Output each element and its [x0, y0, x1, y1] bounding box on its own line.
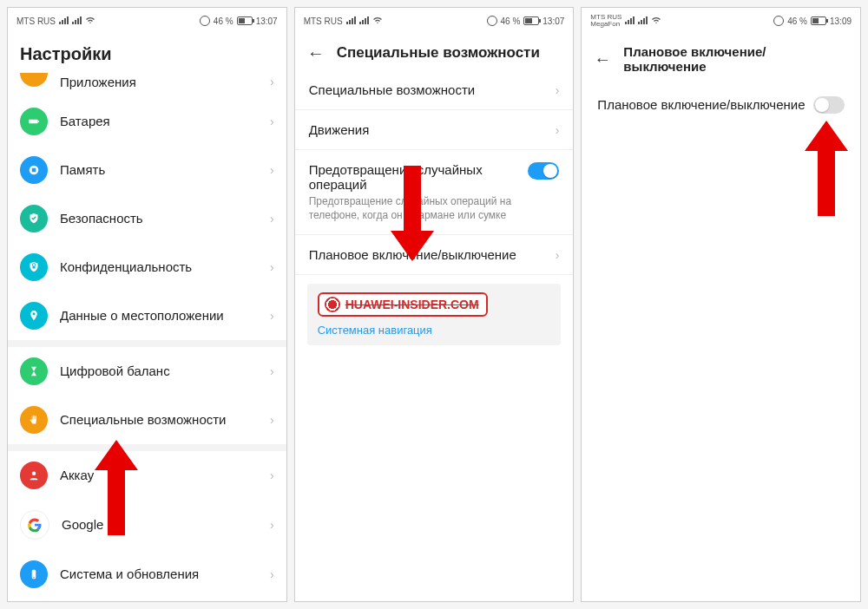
row-label: Специальные возможности — [309, 82, 556, 97]
row-label: Предотвращение случайных операций — [309, 162, 529, 192]
svg-point-6 — [32, 472, 36, 476]
row-label: Плановое включение/выключение — [597, 96, 813, 114]
row-accessibility[interactable]: Специальные возможности › — [295, 70, 574, 110]
toggle-prevent-accidental[interactable] — [528, 162, 559, 180]
signal-icon — [346, 17, 356, 24]
section-divider — [8, 444, 286, 451]
clock-time: 13:09 — [830, 16, 852, 26]
clock-time: 13:07 — [542, 16, 564, 26]
chevron-right-icon: › — [270, 567, 274, 581]
phone-screen-accessibility: MTS RUS 46 % 13:07 ← Специальные возможн… — [294, 7, 575, 602]
svg-point-5 — [33, 312, 36, 315]
chevron-right-icon: › — [270, 413, 274, 427]
hand-icon — [20, 406, 48, 434]
list-label: Специальные возможности — [60, 412, 258, 428]
chevron-right-icon: › — [270, 468, 274, 482]
list-label: Приложения — [60, 75, 136, 89]
battery-percent: 46 % — [501, 16, 521, 26]
watermark-badge: HUAWEI-INSIDER.COM — [318, 292, 488, 317]
list-label: Система и обновления — [60, 566, 258, 582]
alarm-icon — [200, 16, 210, 26]
list-label: Память — [60, 162, 258, 178]
row-description: Предотвращение случайных операций на тел… — [309, 195, 529, 222]
signal-icon — [59, 17, 69, 24]
row-scheduled-toggle[interactable]: Плановое включение/выключение — [582, 82, 860, 128]
page-header: ← Плановое включение/выключение — [582, 34, 860, 82]
back-button[interactable]: ← — [594, 50, 611, 68]
clock-time: 13:07 — [256, 16, 278, 26]
status-bar: MTS RUS 46 % 13:07 — [295, 8, 574, 34]
list-item-apps-partial[interactable]: Приложения › — [8, 73, 286, 97]
row-scheduled-power[interactable]: Плановое включение/выключение › — [295, 235, 574, 275]
chevron-right-icon: › — [270, 309, 274, 323]
carrier-label: MTS RUS — [304, 16, 343, 26]
system-icon — [20, 560, 48, 588]
signal-icon — [359, 17, 369, 24]
chevron-right-icon: › — [556, 83, 560, 97]
status-bar: MTS RUS 46 % 13:07 — [8, 8, 286, 34]
carrier-label: MTS RUS — [16, 16, 56, 26]
toggle-scheduled-power[interactable] — [813, 96, 845, 114]
chevron-right-icon: › — [270, 364, 274, 378]
location-icon — [20, 302, 48, 330]
page-header: ← Специальные возможности — [295, 34, 574, 70]
carrier-label-2: MegaFon — [590, 21, 621, 28]
back-button[interactable]: ← — [307, 44, 325, 62]
svg-point-8 — [33, 577, 35, 579]
chevron-right-icon: › — [270, 518, 274, 532]
list-item-memory[interactable]: Память › — [8, 146, 286, 194]
svg-rect-3 — [32, 168, 36, 173]
settings-list: Приложения › Батарея › Память › Безопасн… — [8, 73, 286, 601]
google-icon — [20, 510, 49, 540]
system-navigation-link[interactable]: Системная навигация — [318, 324, 551, 337]
alarm-icon — [487, 16, 497, 26]
page-header: Настройки — [8, 34, 286, 73]
list-item-digital-balance[interactable]: Цифровой баланс › — [8, 347, 286, 396]
battery-percent: 46 % — [787, 16, 807, 26]
list-item-accessibility[interactable]: Специальные возможности › — [8, 396, 286, 444]
list-item-privacy[interactable]: Конфиденциальность › — [8, 243, 286, 291]
row-gestures[interactable]: Движения › — [295, 110, 574, 150]
list-label: Цифровой баланс — [60, 363, 258, 379]
list-item-battery[interactable]: Батарея › — [8, 97, 286, 146]
phone-screen-settings: MTS RUS 46 % 13:07 Настройки Приложения … — [7, 7, 287, 602]
chevron-right-icon: › — [556, 248, 560, 262]
list-label: Аккау — [60, 468, 258, 483]
wifi-icon — [85, 16, 95, 26]
list-label: Данные о местоположении — [60, 308, 258, 324]
list-item-account[interactable]: Аккау › — [8, 451, 286, 500]
memory-icon — [20, 156, 48, 184]
status-bar: MTS RUS MegaFon 46 % 13:09 — [582, 8, 860, 34]
person-icon — [20, 462, 48, 489]
list-item-location[interactable]: Данные о местоположении › — [8, 291, 286, 340]
wifi-icon — [372, 16, 383, 26]
battery-icon — [20, 108, 48, 135]
svg-rect-0 — [29, 120, 38, 124]
svg-marker-11 — [805, 121, 848, 216]
list-label: Google — [62, 517, 258, 533]
battery-icon — [811, 16, 826, 25]
annotation-arrow — [805, 121, 848, 216]
chevron-right-icon: › — [270, 115, 274, 128]
wifi-icon — [651, 16, 661, 26]
page-title: Специальные возможности — [337, 44, 540, 62]
chevron-right-icon: › — [270, 212, 274, 226]
hourglass-icon — [20, 357, 48, 385]
shield-icon — [20, 205, 48, 232]
section-divider — [8, 340, 286, 347]
row-label: Плановое включение/выключение — [309, 247, 556, 262]
svg-rect-1 — [38, 121, 40, 122]
list-label: Батарея — [60, 114, 258, 129]
signal-icon — [72, 17, 82, 24]
list-item-security[interactable]: Безопасность › — [8, 194, 286, 243]
chevron-right-icon: › — [270, 75, 274, 88]
list-item-system[interactable]: Система и обновления › — [8, 550, 286, 599]
list-item-google[interactable]: Google › — [8, 500, 286, 550]
watermark-section: HUAWEI-INSIDER.COM Системная навигация — [307, 284, 562, 345]
chevron-right-icon: › — [556, 123, 560, 137]
phone-screen-scheduled-power: MTS RUS MegaFon 46 % 13:09 ← Плановое вк… — [581, 7, 861, 602]
battery-icon — [523, 16, 539, 25]
row-prevent-accidental[interactable]: Предотвращение случайных операций Предот… — [295, 150, 574, 235]
chevron-right-icon: › — [270, 260, 274, 274]
page-title: Плановое включение/выключение — [623, 44, 848, 74]
